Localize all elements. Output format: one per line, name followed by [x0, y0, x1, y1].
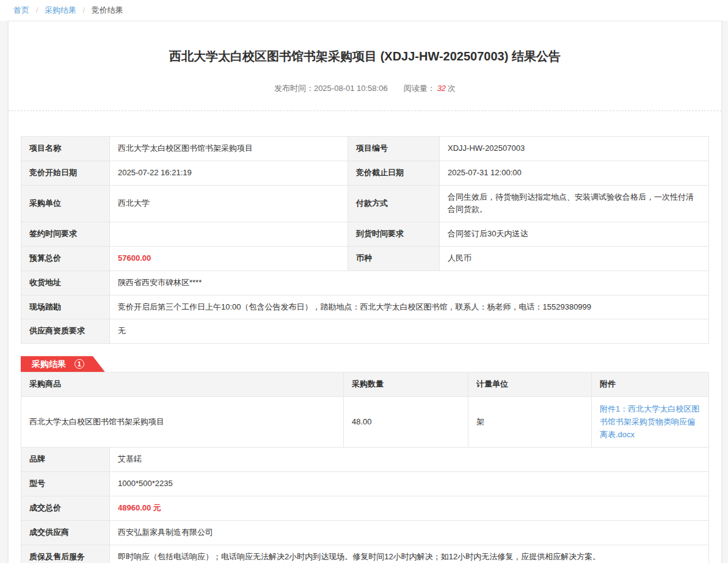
purchaser-value: 西北大学 [110, 185, 348, 222]
model-label: 型号 [21, 472, 110, 496]
site-survey-label: 现场踏勘 [21, 295, 110, 319]
table-row: 签约时间要求 到货时间要求 合同签订后30天内送达 [21, 222, 709, 247]
announcement-meta: 发布时间：2025-08-01 10:58:06阅读量：32次 [21, 83, 709, 94]
project-name-value: 西北大学太白校区图书馆书架采购项目 [110, 137, 348, 161]
bid-deadline-label: 竞价截止日期 [348, 161, 440, 185]
payment-method-value: 合同生效后，待货物到达指定地点、安装调试验收合格后，一次性付清合同货款。 [440, 185, 709, 222]
delivery-time-value: 合同签订后30天内送达 [440, 222, 709, 247]
table-row: 供应商资质要求 无 [21, 319, 709, 344]
table-row: 成交总价 48960.00 元 [21, 496, 709, 520]
bid-deadline-value: 2025-07-31 12:00:00 [440, 161, 709, 185]
payment-method-label: 付款方式 [348, 185, 440, 222]
breadcrumb-current-page: 竞价结果 [92, 5, 123, 15]
winning-supplier-value: 西安弘新家具制造有限公司 [110, 520, 709, 545]
attachment-link[interactable]: 附件1：西北大学太白校区图书馆书架采购货物类响应偏离表.docx [600, 404, 699, 439]
table-row: 型号 1000*500*2235 [21, 472, 709, 496]
publish-time-value: 2025-08-01 10:58:06 [314, 84, 388, 93]
delivery-address-label: 收货地址 [21, 271, 110, 295]
breadcrumb-procurement-results-link[interactable]: 采购结果 [45, 5, 76, 15]
bid-start-value: 2025-07-22 16:21:19 [110, 161, 348, 185]
deal-detail-table: 品牌 艾基鍩 型号 1000*500*2235 成交总价 48960.00 元 … [21, 447, 709, 563]
brand-value: 艾基鍩 [110, 448, 709, 472]
currency-value: 人民币 [440, 246, 709, 271]
breadcrumb-home-link[interactable]: 首页 [13, 5, 29, 15]
brand-label: 品牌 [21, 448, 110, 472]
deal-total-price-label: 成交总价 [21, 496, 110, 520]
announcement-card: 西北大学太白校区图书馆书架采购项目 (XDJJ-HW-202507003) 结果… [8, 21, 722, 563]
budget-total-label: 预算总价 [21, 246, 110, 271]
table-row: 品牌 艾基鍩 [21, 448, 709, 472]
bid-start-label: 竞价开始日期 [21, 161, 110, 185]
deal-total-price-value: 48960.00 元 [110, 496, 709, 520]
dashed-divider [9, 111, 721, 111]
currency-label: 币种 [348, 246, 440, 271]
attachment-column-header: 附件 [592, 372, 709, 397]
table-row: 收货地址 陕西省西安市碑林区**** [21, 271, 709, 295]
site-survey-value: 竞价开启后第三个工作日上午10:00（包含公告发布日），踏勘地点：西北大学太白校… [110, 295, 709, 319]
procurement-result-badge: 采购结果 1 [21, 356, 105, 372]
publish-time-label: 发布时间： [274, 84, 314, 93]
winning-supplier-label: 成交供应商 [21, 520, 110, 545]
signing-time-value [110, 222, 348, 247]
table-row: 西北大学太白校区图书馆书架采购项目 48.00 架 附件1：西北大学太白校区图书… [21, 396, 709, 447]
table-row: 成交供应商 西安弘新家具制造有限公司 [21, 520, 709, 545]
project-number-label: 项目编号 [348, 137, 440, 161]
read-count-value: 32 [437, 84, 446, 93]
badge-count: 1 [75, 359, 84, 369]
delivery-address-value: 陕西省西安市碑林区**** [110, 271, 709, 295]
read-count-unit: 次 [448, 84, 456, 93]
warranty-service-value: 即时响应（包括电话响应）；电话响应无法解决2小时内到达现场。修复时间12小时内解… [110, 545, 709, 563]
table-row: 预算总价 57600.00 币种 人民币 [21, 246, 709, 271]
procurement-result-table: 采购商品 采购数量 计量单位 附件 西北大学太白校区图书馆书架采购项目 48.0… [21, 372, 709, 448]
project-info-table: 项目名称 西北大学太白校区图书馆书架采购项目 项目编号 XDJJ-HW-2025… [21, 136, 709, 344]
table-row: 竞价开始日期 2025-07-22 16:21:19 竞价截止日期 2025-0… [21, 161, 709, 185]
budget-total-value: 57600.00 [110, 246, 348, 271]
table-row: 项目名称 西北大学太白校区图书馆书架采购项目 项目编号 XDJJ-HW-2025… [21, 137, 709, 161]
project-number-value: XDJJ-HW-202507003 [440, 137, 709, 161]
warranty-service-label: 质保及售后服务 [21, 545, 110, 563]
supplier-qualification-value: 无 [110, 319, 709, 344]
product-name-value: 西北大学太白校区图书馆书架采购项目 [21, 396, 344, 447]
breadcrumb-separator: / [83, 5, 86, 15]
model-value: 1000*500*2235 [110, 472, 709, 496]
quantity-value: 48.00 [344, 396, 468, 447]
breadcrumb-separator: / [36, 5, 38, 15]
table-row: 现场踏勘 竞价开启后第三个工作日上午10:00（包含公告发布日），踏勘地点：西北… [21, 295, 709, 319]
unit-column-header: 计量单位 [468, 372, 592, 397]
unit-value: 架 [468, 396, 592, 447]
supplier-qualification-label: 供应商资质要求 [21, 319, 110, 344]
signing-time-label: 签约时间要求 [21, 222, 110, 247]
page-title: 西北大学太白校区图书馆书架采购项目 (XDJJ-HW-202507003) 结果… [21, 21, 709, 65]
table-row: 采购单位 西北大学 付款方式 合同生效后，待货物到达指定地点、安装调试验收合格后… [21, 185, 709, 222]
quantity-column-header: 采购数量 [344, 372, 468, 397]
table-row: 质保及售后服务 即时响应（包括电话响应）；电话响应无法解决2小时内到达现场。修复… [21, 545, 709, 563]
breadcrumb: 首页 / 采购结果 / 竞价结果 [0, 0, 728, 21]
attachment-cell: 附件1：西北大学太白校区图书馆书架采购货物类响应偏离表.docx [592, 396, 709, 447]
table-header-row: 采购商品 采购数量 计量单位 附件 [21, 372, 709, 397]
project-name-label: 项目名称 [21, 137, 110, 161]
badge-label: 采购结果 [32, 359, 66, 369]
delivery-time-label: 到货时间要求 [348, 222, 440, 247]
product-column-header: 采购商品 [21, 372, 344, 397]
read-count-label: 阅读量： [404, 84, 435, 93]
purchaser-label: 采购单位 [21, 185, 110, 222]
